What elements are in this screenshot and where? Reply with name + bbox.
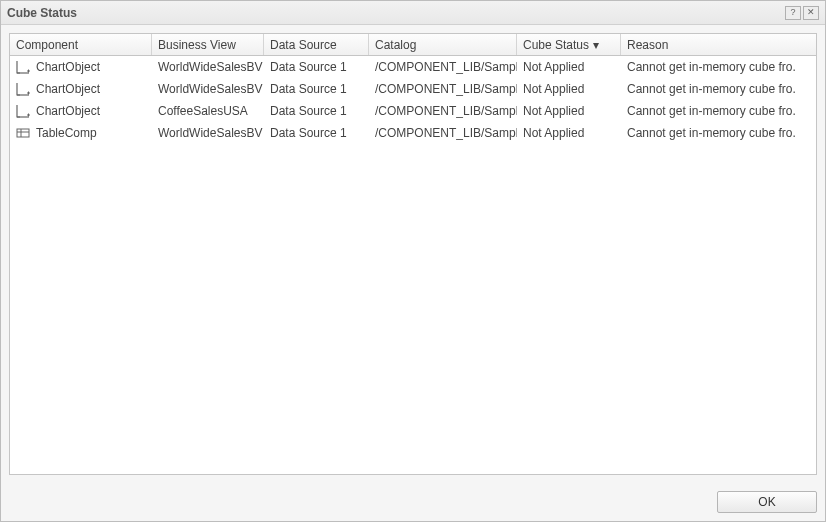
cell-catalog: /COMPONENT_LIB/Sampl. [369, 123, 517, 143]
column-header-catalog[interactable]: Catalog [369, 34, 517, 55]
cell-catalog: /COMPONENT_LIB/Sampl. [369, 57, 517, 77]
cell-business-view: WorldWideSalesBV [152, 57, 264, 77]
table-row[interactable]: TableCompWorldWideSalesBVData Source 1/C… [10, 122, 816, 144]
column-label: Component [16, 38, 78, 52]
cell-catalog: /COMPONENT_LIB/Sampl. [369, 101, 517, 121]
table-row[interactable]: ChartObjectWorldWideSalesBVData Source 1… [10, 78, 816, 100]
dialog-title: Cube Status [7, 6, 77, 20]
chart-icon [16, 104, 30, 118]
cell-business-view: WorldWideSalesBV [152, 79, 264, 99]
content-area: Component Business View Data Source Cata… [1, 25, 825, 483]
column-header-business-view[interactable]: Business View [152, 34, 264, 55]
cell-business-view: WorldWideSalesBV [152, 123, 264, 143]
sort-desc-icon: ▾ [593, 38, 599, 52]
cube-status-dialog: Cube Status ? ✕ Component Business View … [0, 0, 826, 522]
table-row[interactable]: ChartObjectCoffeeSalesUSAData Source 1/C… [10, 100, 816, 122]
column-label: Data Source [270, 38, 337, 52]
button-bar: OK [1, 483, 825, 521]
component-label: ChartObject [36, 60, 100, 74]
cell-data-source: Data Source 1 [264, 123, 369, 143]
component-label: ChartObject [36, 104, 100, 118]
cell-component: ChartObject [10, 79, 152, 99]
titlebar-controls: ? ✕ [785, 6, 819, 20]
ok-button[interactable]: OK [717, 491, 817, 513]
column-header-data-source[interactable]: Data Source [264, 34, 369, 55]
help-icon: ? [790, 8, 795, 17]
cell-data-source: Data Source 1 [264, 79, 369, 99]
column-header-reason[interactable]: Reason [621, 34, 816, 55]
column-header-component[interactable]: Component [10, 34, 152, 55]
chart-icon [16, 60, 30, 74]
component-label: ChartObject [36, 82, 100, 96]
cell-reason: Cannot get in-memory cube fro. [621, 101, 816, 121]
column-label: Business View [158, 38, 236, 52]
help-button[interactable]: ? [785, 6, 801, 20]
component-label: TableComp [36, 126, 97, 140]
close-icon: ✕ [807, 8, 815, 17]
titlebar: Cube Status ? ✕ [1, 1, 825, 25]
cell-cube-status: Not Applied [517, 123, 621, 143]
cell-data-source: Data Source 1 [264, 101, 369, 121]
cell-reason: Cannot get in-memory cube fro. [621, 79, 816, 99]
cell-cube-status: Not Applied [517, 79, 621, 99]
table-header: Component Business View Data Source Cata… [10, 34, 816, 56]
column-header-cube-status[interactable]: Cube Status ▾ [517, 34, 621, 55]
table-row[interactable]: ChartObjectWorldWideSalesBVData Source 1… [10, 56, 816, 78]
cell-component: ChartObject [10, 57, 152, 77]
cube-status-table: Component Business View Data Source Cata… [9, 33, 817, 475]
cell-reason: Cannot get in-memory cube fro. [621, 123, 816, 143]
cell-business-view: CoffeeSalesUSA [152, 101, 264, 121]
cell-component: TableComp [10, 123, 152, 143]
chart-icon [16, 82, 30, 96]
svg-rect-0 [17, 129, 29, 137]
close-button[interactable]: ✕ [803, 6, 819, 20]
cell-component: ChartObject [10, 101, 152, 121]
cell-cube-status: Not Applied [517, 57, 621, 77]
table-icon [16, 126, 30, 140]
column-label: Cube Status [523, 38, 589, 52]
cell-reason: Cannot get in-memory cube fro. [621, 57, 816, 77]
column-label: Catalog [375, 38, 416, 52]
cell-cube-status: Not Applied [517, 101, 621, 121]
cell-data-source: Data Source 1 [264, 57, 369, 77]
table-body: ChartObjectWorldWideSalesBVData Source 1… [10, 56, 816, 474]
column-label: Reason [627, 38, 668, 52]
cell-catalog: /COMPONENT_LIB/Sampl. [369, 79, 517, 99]
